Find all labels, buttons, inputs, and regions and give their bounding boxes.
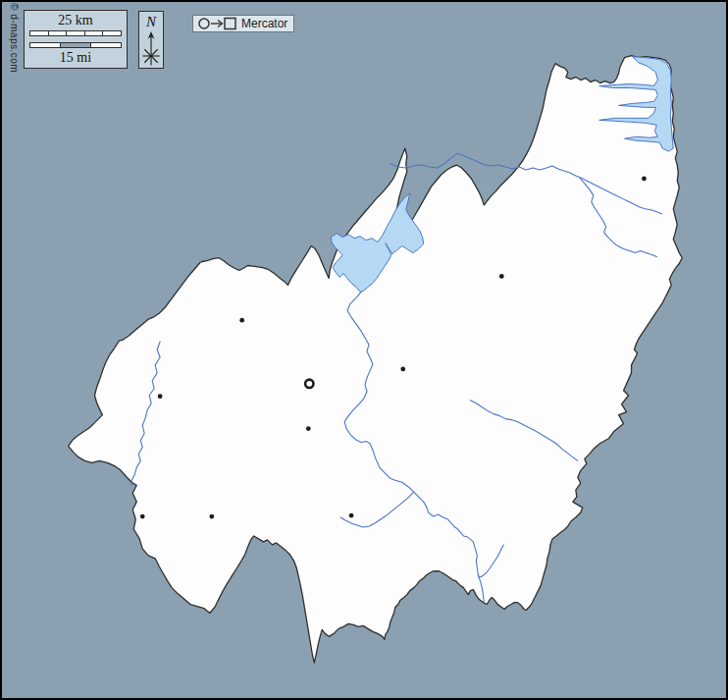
city-dot-1 xyxy=(158,394,163,399)
city-dot-0 xyxy=(239,318,244,323)
map: © d-maps.com 25 km 15 mi N Mercator xyxy=(0,0,728,700)
scale-segment xyxy=(91,42,122,48)
city-dot-6 xyxy=(349,513,354,518)
scale-segment xyxy=(29,30,49,36)
scale-bar-km xyxy=(29,30,122,36)
scale-segment xyxy=(103,30,122,36)
city-dot-3 xyxy=(400,367,405,372)
compass-north-label: N xyxy=(146,14,156,30)
scale-segment xyxy=(85,30,104,36)
scale-segment xyxy=(29,42,61,48)
capital-ring xyxy=(305,380,313,388)
map-canvas xyxy=(2,2,726,698)
region-outline xyxy=(69,56,683,664)
projection-badge: Mercator xyxy=(192,15,294,32)
projection-name: Mercator xyxy=(241,18,287,29)
city-dot-4 xyxy=(140,514,145,519)
scale-box: 25 km 15 mi xyxy=(24,10,128,69)
scale-segment xyxy=(67,30,85,36)
compass-box: N xyxy=(138,11,164,69)
city-dot-2 xyxy=(306,426,311,431)
scale-mi-label: 15 mi xyxy=(60,51,91,65)
scale-bar-mi xyxy=(29,42,122,48)
city-dot-7 xyxy=(499,274,504,279)
scale-segment xyxy=(49,30,68,36)
compass-rose-icon xyxy=(138,30,164,69)
scale-km-label: 25 km xyxy=(58,14,92,27)
city-dot-5 xyxy=(209,514,214,519)
copyright-text: © d-maps.com xyxy=(9,3,20,73)
projection-circle-to-square-icon xyxy=(197,16,236,31)
city-dot-8 xyxy=(642,177,647,182)
scale-segment xyxy=(61,42,91,48)
